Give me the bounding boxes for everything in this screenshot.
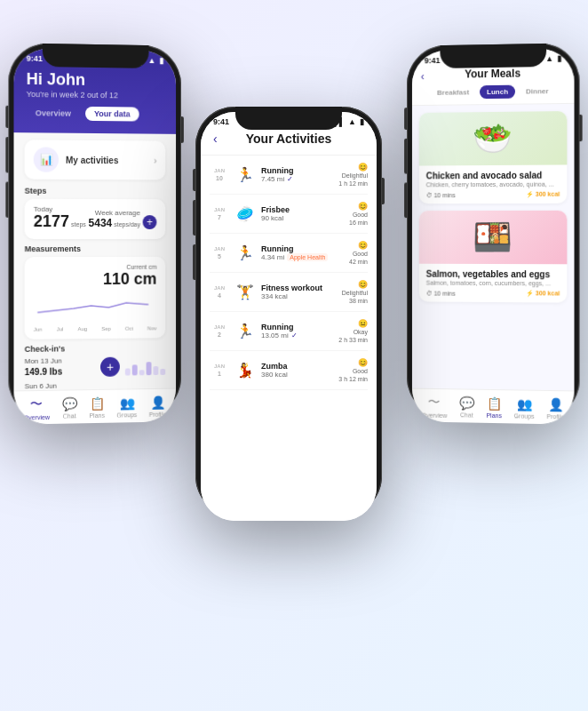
add-checkin-button[interactable]: +	[100, 357, 120, 377]
salad-emoji: 🥗	[473, 120, 513, 157]
steps-today: Today 2177 steps	[34, 205, 86, 229]
activity-meta-5: 😐 Okay 2 h 33 min	[338, 319, 368, 343]
activity-row-1[interactable]: JAN10 🏃 Running 7.45 mi ✓ 😊 Delightful 1…	[210, 156, 368, 195]
checkin1-date: Mon 13 Jun	[25, 356, 95, 365]
activity-meta-1: 😊 Delightful 1 h 12 min	[338, 163, 368, 187]
wifi-center: ▲	[348, 117, 356, 126]
battery-right: ▮	[557, 54, 561, 63]
date-jan10: JAN10	[210, 167, 229, 182]
activity-list: JAN10 🏃 Running 7.45 mi ✓ 😊 Delightful 1…	[201, 156, 377, 521]
activities-label: My activities	[66, 155, 154, 165]
mute-button-right[interactable]	[404, 108, 407, 130]
nav-overview[interactable]: 〜 Overview	[23, 396, 49, 421]
tab-dinner[interactable]: Dinner	[519, 84, 556, 99]
groups-icon: 👥	[119, 395, 134, 410]
chat-icon-right: 💬	[459, 395, 474, 410]
activity-meta-4: 😊 Delightful 38 min	[342, 280, 368, 304]
tab-your-data[interactable]: Your data	[85, 107, 139, 122]
tab-breakfast[interactable]: Breakfast	[430, 85, 476, 100]
center-header: ‹ Your Activities	[201, 128, 377, 156]
meal-ingredients-2: Salmon, tomatoes, corn, cucumbers, eggs,…	[426, 280, 560, 287]
nav-plans-label: Plans	[89, 412, 104, 419]
volume-up-center[interactable]	[193, 200, 195, 236]
nav-groups-right-label: Groups	[514, 412, 535, 419]
nav-chat-label: Chat	[63, 412, 76, 419]
volume-up-button[interactable]	[5, 137, 8, 172]
nav-groups[interactable]: 👥 Groups	[117, 395, 138, 418]
running-icon-1: 🏃	[236, 166, 254, 183]
month-jul: Jul	[57, 326, 64, 332]
right-title: Your Meals	[465, 67, 520, 80]
nav-profile-right[interactable]: 👤 Profile	[546, 397, 564, 420]
nav-overview-right[interactable]: 〜 Overview	[422, 395, 448, 419]
checkin1-weight: 149.9 lbs	[25, 366, 95, 377]
date-jan7: JAN7	[210, 206, 229, 221]
my-activities-card[interactable]: 📊 My activities ›	[25, 140, 166, 180]
date-jan2: JAN2	[210, 324, 229, 339]
activity-row-3[interactable]: JAN5 🏃 Running 4.34 mi Apple Health 😊 Go…	[210, 234, 368, 273]
nav-plans-right[interactable]: 📋 Plans	[486, 396, 501, 419]
back-button-center[interactable]: ‹	[213, 132, 218, 146]
nav-chat-right[interactable]: 💬 Chat	[459, 395, 474, 418]
volume-down-right[interactable]	[404, 182, 407, 218]
meal-name-2: Salmon, vegetables and eggs	[426, 269, 560, 280]
activity-row-5[interactable]: JAN2 🏃 Running 13.05 mi ✓ 😐 Okay 2 h 33 …	[210, 312, 368, 351]
time-center: 9:41	[213, 117, 229, 126]
overview-icon: 〜	[30, 396, 43, 412]
meal-meta-2: ⏱ 10 mins ⚡ 300 kcal	[426, 290, 560, 298]
meal-ingredients-1: Chicken, cherry tomatoes, avocado, quino…	[426, 181, 560, 188]
running-icon-2: 🏃	[236, 244, 254, 261]
nav-chat[interactable]: 💬 Chat	[62, 396, 77, 419]
nav-profile-right-label: Profile	[546, 413, 564, 419]
month-oct: Oct	[125, 326, 133, 332]
measurement-chart	[34, 292, 157, 320]
notch-right	[440, 48, 546, 68]
mute-button[interactable]	[5, 106, 8, 128]
tab-overview[interactable]: Overview	[27, 106, 80, 121]
steps-avg-label: Week average	[89, 209, 140, 217]
power-button-right[interactable]	[580, 115, 583, 141]
meal-cal-1: ⚡ 300 kcal	[526, 191, 560, 198]
verified-icon-2: ✓	[291, 332, 298, 340]
activity-info-2: Frisbee 90 kcal	[261, 205, 342, 222]
meal-info-2: Salmon, vegetables and eggs Salmon, toma…	[419, 264, 568, 303]
add-steps-button[interactable]: +	[143, 215, 157, 229]
time-left: 9:41	[27, 54, 43, 63]
phone-right: 9:41 ▐▌▌ ▲ ▮ ‹ Your Meals Breakfast Lunc…	[407, 43, 580, 419]
chat-icon: 💬	[62, 396, 77, 411]
date-jan5: JAN5	[210, 245, 229, 260]
plans-icon-right: 📋	[487, 396, 502, 411]
activity-row-2[interactable]: JAN7 🥏 Frisbee 90 kcal 😊 Good 16 min	[210, 195, 368, 234]
volume-down-button[interactable]	[5, 182, 8, 218]
volume-down-center[interactable]	[193, 244, 195, 280]
notch	[42, 48, 148, 68]
power-button-center[interactable]	[382, 178, 385, 204]
meal-item-2[interactable]: 🍱 Salmon, vegetables and eggs Salmon, to…	[419, 211, 568, 303]
verified-icon: ✓	[287, 175, 293, 183]
power-button[interactable]	[181, 116, 184, 143]
volume-up-right[interactable]	[404, 139, 407, 174]
activity-row-4[interactable]: JAN4 🏋️ Fitness workout 334 kcal 😊 Delig…	[210, 273, 368, 312]
zumba-icon: 💃	[236, 362, 254, 379]
back-button-right[interactable]: ‹	[421, 70, 425, 83]
mute-button-center[interactable]	[193, 169, 195, 191]
nav-plans[interactable]: 📋 Plans	[89, 396, 104, 419]
wifi-icon: ▲	[148, 56, 156, 65]
activity-info-6: Zumba 380 kcal	[261, 362, 331, 379]
activities-icon: 📊	[34, 147, 59, 172]
overview-icon-right: 〜	[428, 395, 441, 411]
battery-icon: ▮	[159, 56, 163, 65]
steps-avg-value: 5434	[89, 217, 113, 229]
tab-lunch[interactable]: Lunch	[480, 85, 515, 100]
nav-chat-right-label: Chat	[460, 411, 473, 418]
meal-item-1[interactable]: 🥗 Chicken and avocado salad Chicken, che…	[419, 111, 568, 204]
meal-time-1: ⏱ 10 mins	[426, 191, 456, 198]
salmon-emoji: 🍱	[473, 219, 513, 256]
subtitle: You're in week 2 out of 12	[27, 90, 164, 100]
apple-health-badge: Apple Health	[287, 253, 328, 261]
activity-row-6[interactable]: JAN1 💃 Zumba 380 kcal 😊 Good 3 h 12 min	[210, 351, 368, 390]
nav-profile[interactable]: 👤 Profile	[149, 395, 167, 418]
measurement-value: 110 cm	[34, 270, 157, 290]
notch-center	[235, 112, 342, 130]
nav-groups-right[interactable]: 👥 Groups	[514, 396, 535, 419]
